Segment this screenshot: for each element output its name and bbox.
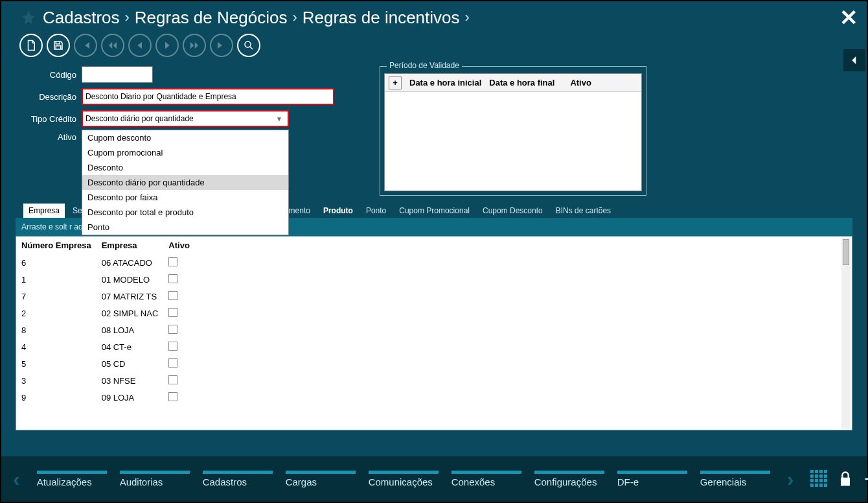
breadcrumb-item-1[interactable]: Regras de Negócios — [135, 8, 288, 28]
new-record-button[interactable] — [19, 34, 43, 57]
tipo-credito-option[interactable]: Desconto diário por quantidade — [82, 175, 288, 190]
cell-empresa: 07 MATRIZ TS — [97, 288, 164, 305]
tab-5[interactable]: Produto — [318, 204, 358, 218]
ativo-checkbox[interactable] — [168, 274, 177, 283]
table-row[interactable]: 808 LOJA — [16, 322, 195, 339]
periodo-col-ativo: Ativo — [566, 78, 595, 88]
descricao-input[interactable] — [82, 88, 334, 105]
table-row[interactable]: 606 ATACADO — [16, 255, 195, 272]
ativo-checkbox[interactable] — [168, 342, 177, 351]
cell-empresa: 04 CT-e — [97, 339, 164, 356]
next-record-button — [155, 34, 179, 57]
chevron-right-icon: › — [124, 9, 131, 26]
codigo-input[interactable] — [82, 66, 153, 83]
table-row[interactable]: 202 SIMPL NAC — [16, 305, 195, 322]
ativo-checkbox[interactable] — [168, 325, 177, 334]
cell-numero: 2 — [16, 305, 97, 322]
periodo-col-inicio: Data e hora inicial — [405, 78, 485, 88]
nav-item-configurações[interactable]: Configurações — [534, 471, 604, 487]
periodo-validade-fieldset: Período de Validade + Data e hora inicia… — [380, 66, 646, 196]
tipo-credito-option[interactable]: Desconto — [82, 160, 288, 175]
tab-8[interactable]: Cupom Desconto — [477, 204, 548, 218]
cell-empresa: 01 MODELO — [97, 272, 164, 288]
periodo-table: + Data e hora inicial Data e hora final … — [384, 73, 642, 191]
nav-item-conexões[interactable]: Conexões — [451, 471, 521, 487]
search-button[interactable] — [237, 34, 260, 57]
cell-numero: 8 — [16, 322, 97, 339]
first-record-button — [74, 34, 97, 57]
tipo-credito-label: Tipo Crédito — [21, 114, 79, 124]
tab-9[interactable]: BINs de cartões — [551, 204, 616, 218]
table-row[interactable]: 707 MATRIZ TS — [16, 288, 195, 305]
cell-numero: 9 — [16, 390, 97, 406]
nav-item-gerenciais[interactable]: Gerenciais — [700, 471, 770, 487]
apps-grid-icon[interactable] — [810, 470, 828, 488]
table-row[interactable]: 909 LOJA — [16, 390, 195, 406]
record-toolbar — [1, 29, 867, 57]
close-icon[interactable]: ✕ — [839, 6, 858, 29]
ativo-checkbox[interactable] — [168, 308, 177, 317]
ativo-label: Ativo — [21, 132, 79, 142]
nav-item-df-e[interactable]: DF-e — [617, 471, 687, 487]
cell-numero: 1 — [16, 272, 97, 288]
cell-empresa: 02 SIMPL NAC — [97, 305, 164, 322]
grid-header[interactable]: Número Empresa — [16, 237, 97, 255]
table-row[interactable]: 101 MODELO — [16, 272, 195, 288]
table-row[interactable]: 404 CT-e — [16, 339, 195, 356]
tipo-credito-option[interactable]: Desconto por faixa — [82, 190, 288, 205]
codigo-label: Código — [21, 70, 79, 80]
nav-scroll-left[interactable]: ‹ — [10, 467, 23, 491]
ativo-checkbox[interactable] — [168, 257, 177, 266]
tipo-credito-value: Desconto diário por quantidade — [86, 114, 194, 123]
tipo-credito-option[interactable]: Desconto por total e produto — [82, 205, 288, 220]
lock-icon[interactable] — [836, 470, 854, 488]
nav-item-cadastros[interactable]: Cadastros — [203, 471, 273, 487]
ativo-checkbox[interactable] — [168, 375, 177, 384]
empresa-grid[interactable]: Número EmpresaEmpresaAtivo606 ATACADO101… — [16, 236, 852, 430]
ativo-checkbox[interactable] — [168, 291, 177, 300]
grid-header[interactable]: Empresa — [97, 237, 164, 255]
cell-empresa: 08 LOJA — [97, 322, 164, 339]
nav-item-cargas[interactable]: Cargas — [286, 471, 356, 487]
nav-item-auditorias[interactable]: Auditorias — [120, 471, 190, 487]
ativo-checkbox[interactable] — [168, 392, 177, 401]
record-form: Código Descrição Tipo Crédito Desconto d… — [21, 66, 334, 142]
periodo-col-fim: Data e hora final — [485, 78, 558, 88]
breadcrumb-item-0[interactable]: Cadastros — [43, 8, 120, 28]
nav-item-atualizações[interactable]: Atualizações — [37, 471, 107, 487]
tipo-credito-option[interactable]: Ponto — [82, 220, 288, 235]
nav-item-comunicações[interactable]: Comunicações — [369, 471, 439, 487]
breadcrumb: Cadastros › Regras de Negócios › Regras … — [21, 8, 471, 28]
descricao-label: Descrição — [21, 92, 79, 102]
collapse-panel-button[interactable] — [843, 49, 865, 71]
cell-empresa: 05 CD — [97, 356, 164, 373]
chevron-right-icon: › — [464, 9, 471, 26]
grid-scrollbar[interactable] — [841, 238, 851, 428]
tab-6[interactable]: Ponto — [361, 204, 391, 218]
nav-scroll-right[interactable]: › — [784, 467, 797, 491]
add-periodo-button[interactable]: + — [389, 76, 402, 89]
chevron-down-icon: ▼ — [276, 115, 285, 123]
svg-point-0 — [245, 41, 251, 47]
table-row[interactable]: 303 NFSE — [16, 373, 195, 390]
tipo-credito-select[interactable]: Desconto diário por quantidade ▼ — [82, 110, 289, 127]
tipo-credito-option[interactable]: Cupom desconto — [82, 130, 288, 145]
bottom-nav: ‹ AtualizaçõesAuditoriasCadastrosCargasC… — [1, 456, 867, 502]
ativo-checkbox[interactable] — [168, 358, 177, 368]
favorite-star-icon[interactable] — [21, 10, 36, 25]
next-page-button — [183, 34, 206, 57]
tab-7[interactable]: Cupom Promocional — [394, 204, 475, 218]
periodo-legend: Período de Validade — [387, 61, 462, 70]
cell-numero: 6 — [16, 255, 97, 272]
tipo-credito-dropdown[interactable]: Cupom descontoCupom promocionalDescontoD… — [82, 130, 289, 235]
scrollbar-thumb[interactable] — [843, 239, 849, 265]
table-row[interactable]: 505 CD — [16, 356, 195, 373]
save-button[interactable] — [47, 34, 70, 57]
prev-record-button — [128, 34, 152, 57]
arrow-right-icon[interactable] — [862, 470, 868, 488]
tipo-credito-option[interactable]: Cupom promocional — [82, 145, 288, 160]
tab-0[interactable]: Empresa — [23, 204, 65, 218]
grid-header[interactable]: Ativo — [163, 237, 195, 255]
cell-numero: 4 — [16, 339, 97, 356]
breadcrumb-item-2[interactable]: Regras de incentivos — [303, 8, 460, 28]
